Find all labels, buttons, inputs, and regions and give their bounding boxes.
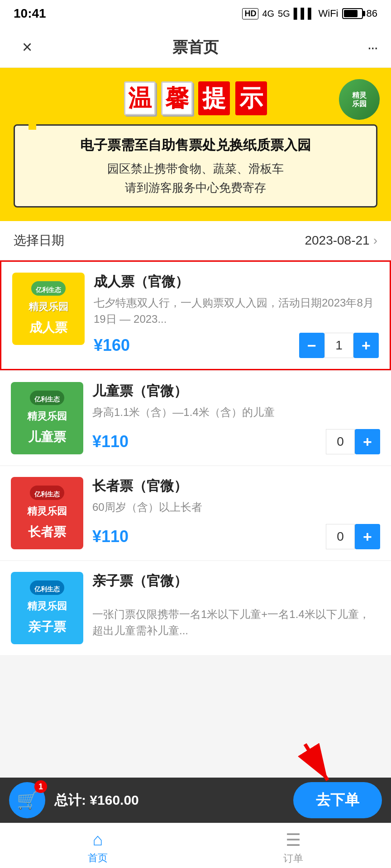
- status-bar: 10:41 HD 4G 5G ▌▌▌ WiFi 86: [0, 0, 391, 27]
- battery-icon: [342, 8, 363, 19]
- park-brand-elder: 亿利生态: [30, 486, 64, 500]
- ticket-price-row-elder: ¥110 0 +: [92, 524, 380, 549]
- cart-section: 🛒 1 总计: ¥160.00: [0, 782, 139, 818]
- ticket-name-child: 儿童票（官微）: [92, 382, 380, 401]
- banner-notice-box: 电子票需至自助售票处兑换纸质票入园 园区禁止携带食物、蔬菜、滑板车 请到游客服务…: [14, 124, 377, 208]
- increase-elder-button[interactable]: +: [355, 524, 380, 549]
- tab-bar: ⌂ 首页 ☰ 订单: [0, 823, 391, 868]
- ticket-name-elder: 长者票（官微）: [92, 477, 380, 495]
- ticket-card-family: 亿利生态 精灵乐园 亲子票 亲子票（官微） 一张门票仅限携带一名1米以下儿童+一…: [0, 561, 391, 655]
- close-button[interactable]: ×: [14, 38, 41, 57]
- checkout-button[interactable]: 去下单: [293, 782, 382, 818]
- thumb-park-name-family: 精灵乐园: [27, 599, 67, 613]
- thumb-park-name-elder: 精灵乐园: [27, 505, 67, 518]
- signal-icon: ▌▌▌: [294, 8, 315, 19]
- ticket-list: 亿利生态 精灵乐园 成人票 成人票（官微） 七夕特惠双人行，一人购票双人入园，活…: [0, 260, 391, 655]
- ticket-price-elder: ¥110: [92, 527, 129, 546]
- ticket-thumb-elder: 亿利生态 精灵乐园 长者票: [11, 477, 83, 549]
- increase-child-button[interactable]: +: [355, 429, 380, 454]
- tab-home[interactable]: ⌂ 首页: [0, 826, 196, 865]
- ticket-desc-elder: 60周岁（含）以上长者: [92, 499, 380, 515]
- tab-orders-label: 订单: [283, 852, 303, 865]
- ticket-card-child: 亿利生态 精灵乐园 儿童票 儿童票（官微） 身高1.1米（含）—1.4米（含）的…: [0, 371, 391, 465]
- date-select[interactable]: 选择日期 2023-08-21 ›: [0, 221, 391, 260]
- ticket-price-child: ¥110: [92, 432, 129, 451]
- thumb-label-adult: 成人票: [29, 319, 67, 336]
- battery-text: 86: [367, 8, 377, 19]
- total-text: 总计: ¥160.00: [54, 791, 139, 810]
- ticket-card-elder: 亿利生态 精灵乐园 长者票 长者票（官微） 60周岁（含）以上长者 ¥110 0…: [0, 466, 391, 560]
- banner-main-text: 电子票需至自助售票处兑换纸质票入园: [29, 135, 362, 155]
- ticket-thumb-family: 亿利生态 精灵乐园 亲子票: [11, 572, 83, 644]
- banner-char-3: 提: [198, 81, 230, 115]
- qty-adult: 1: [324, 333, 353, 358]
- thumb-park-name-child: 精灵乐园: [27, 410, 67, 423]
- thumb-park-name-adult: 精灵乐园: [29, 300, 68, 314]
- orders-icon: ☰: [286, 830, 301, 850]
- date-label: 选择日期: [14, 232, 64, 249]
- tab-orders[interactable]: ☰ 订单: [196, 826, 391, 865]
- bottom-bar: 🛒 1 总计: ¥160.00 去下单: [0, 778, 391, 823]
- ticket-desc-child: 身高1.1米（含）—1.4米（含）的儿童: [92, 404, 380, 420]
- banner-char-1: 温: [124, 81, 156, 115]
- thumb-label-family: 亲子票: [28, 618, 66, 636]
- ticket-desc-family: 一张门票仅限携带一名1米以下儿童+一名1.4米以下儿童，超出儿童需补儿童...: [92, 606, 380, 639]
- ticket-name-adult: 成人票（官微）: [94, 273, 379, 291]
- status-time: 10:41: [14, 6, 46, 21]
- status-icons: HD 4G 5G ▌▌▌ WiFi 86: [242, 8, 377, 19]
- cart-icon[interactable]: 🛒 1: [9, 782, 45, 818]
- park-brand-family: 亿利生态: [30, 580, 64, 595]
- ticket-controls-child: 0 +: [326, 429, 380, 454]
- ticket-thumb-adult: 亿利生态 精灵乐园 成人票: [12, 273, 85, 345]
- ticket-name-family: 亲子票（官微）: [92, 572, 380, 590]
- ticket-price-row-adult: ¥160 − 1 +: [94, 333, 379, 358]
- page-header: × 票首页 ···: [0, 27, 391, 68]
- banner: 温 馨 提 示 精灵乐园 电子票需至自助售票处兑换纸质票入园 园区禁止携带食物、…: [0, 68, 391, 221]
- ticket-card-adult: 亿利生态 精灵乐园 成人票 成人票（官微） 七夕特惠双人行，一人购票双人入园，活…: [0, 260, 391, 370]
- thumb-label-elder: 长者票: [28, 524, 66, 541]
- decrease-adult-button[interactable]: −: [299, 333, 324, 358]
- banner-sub-text-1: 园区禁止携带食物、蔬菜、滑板车: [29, 160, 362, 179]
- wifi-icon: WiFi: [319, 8, 339, 19]
- tab-home-label: 首页: [88, 851, 108, 865]
- ticket-thumb-child: 亿利生态 精灵乐园 儿童票: [11, 382, 83, 454]
- qty-elder: 0: [326, 524, 355, 549]
- cart-badge: 1: [34, 780, 47, 793]
- banner-sub-text-2: 请到游客服务中心免费寄存: [29, 179, 362, 198]
- park-logo: 精灵乐园: [339, 79, 380, 120]
- increase-adult-button[interactable]: +: [353, 333, 379, 358]
- ticket-info-child: 儿童票（官微） 身高1.1米（含）—1.4米（含）的儿童 ¥110 0 +: [92, 382, 380, 454]
- hd-icon: HD: [242, 8, 258, 19]
- chevron-right-icon: ›: [373, 233, 377, 248]
- ticket-info-family: 亲子票（官微） 一张门票仅限携带一名1米以下儿童+一名1.4米以下儿童，超出儿童…: [92, 572, 380, 644]
- park-brand-child: 亿利生态: [30, 391, 64, 405]
- ticket-price-adult: ¥160: [94, 336, 130, 355]
- home-icon: ⌂: [93, 830, 103, 849]
- page-title: 票首页: [172, 37, 219, 58]
- banner-title: 温 馨 提 示 精灵乐园: [124, 81, 267, 115]
- ticket-desc-adult: 七夕特惠双人行，一人购票双人入园，活动日期2023年8月19日 — 2023..…: [94, 295, 379, 327]
- ticket-info-adult: 成人票（官微） 七夕特惠双人行，一人购票双人入园，活动日期2023年8月19日 …: [94, 273, 379, 358]
- ticket-controls-adult: − 1 +: [299, 333, 379, 358]
- banner-char-2: 馨: [161, 81, 193, 115]
- ticket-controls-elder: 0 +: [326, 524, 380, 549]
- network-5g-icon: 5G: [278, 9, 290, 19]
- park-brand-adult: 亿利生态: [31, 281, 66, 296]
- banner-char-4: 示: [235, 81, 267, 115]
- thumb-label-child: 儿童票: [28, 429, 66, 446]
- date-value[interactable]: 2023-08-21 ›: [305, 233, 377, 248]
- more-button[interactable]: ···: [350, 38, 377, 56]
- cart-icon-symbol: 🛒: [17, 790, 38, 810]
- ticket-price-row-child: ¥110 0 +: [92, 429, 380, 454]
- ticket-info-elder: 长者票（官微） 60周岁（含）以上长者 ¥110 0 +: [92, 477, 380, 549]
- network-4g-icon: 4G: [262, 9, 274, 19]
- qty-child: 0: [326, 429, 355, 454]
